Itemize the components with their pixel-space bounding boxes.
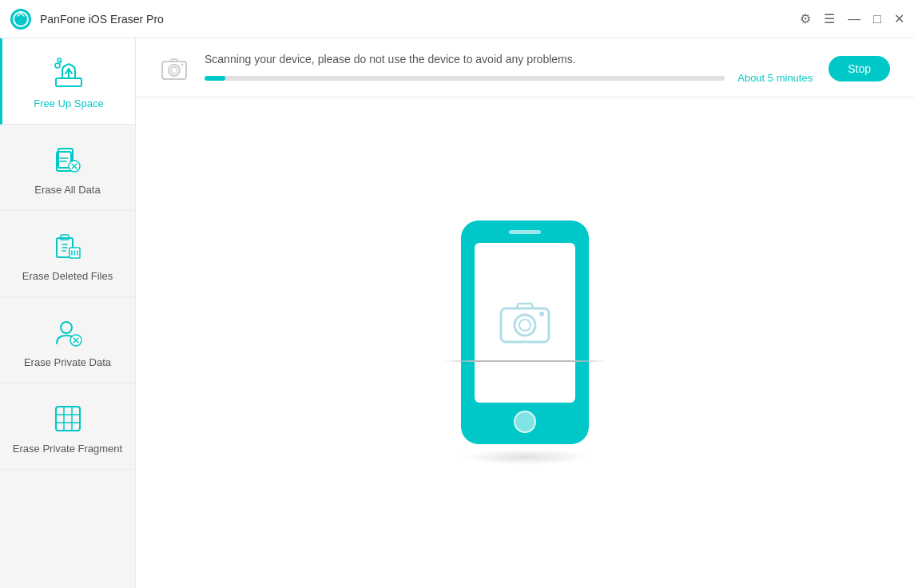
sidebar-item-erase-private-fragment-label: Erase Private Fragment — [13, 443, 122, 455]
titlebar-left: PanFone iOS Eraser Pro — [10, 8, 164, 30]
app-logo — [10, 8, 32, 30]
erase-deleted-files-icon — [50, 228, 85, 264]
titlebar-controls: ⚙ ☰ — □ ✕ — [800, 11, 904, 26]
progress-row: About 5 minutes — [205, 72, 813, 84]
svg-point-23 — [61, 322, 72, 333]
progress-bar-background — [205, 76, 725, 81]
sidebar-item-erase-private-data[interactable]: Erase Private Data — [0, 297, 135, 383]
scan-camera-icon — [160, 54, 189, 83]
scan-bar: Scanning your device, please do not use … — [136, 38, 914, 97]
titlebar: PanFone iOS Eraser Pro ⚙ ☰ — □ ✕ — [0, 0, 914, 38]
phone-shadow — [461, 449, 589, 465]
svg-point-38 — [519, 320, 531, 331]
sidebar-item-free-up-space-label: Free Up Space — [34, 97, 103, 109]
svg-rect-2 — [56, 78, 81, 86]
illustration-area — [136, 97, 914, 588]
sidebar-item-erase-all-data[interactable]: Erase All Data — [0, 125, 135, 211]
phone-speaker — [509, 230, 541, 234]
main-layout: Free Up Space Erase All Data — [0, 38, 914, 588]
svg-point-6 — [58, 58, 61, 62]
content-area: Scanning your device, please do not use … — [136, 38, 914, 588]
svg-point-39 — [539, 312, 544, 316]
scan-line — [443, 360, 606, 362]
sidebar-item-erase-private-data-label: Erase Private Data — [24, 356, 111, 368]
scan-message: Scanning your device, please do not use … — [205, 53, 813, 66]
free-up-space-icon — [51, 56, 86, 91]
menu-icon[interactable]: ☰ — [824, 11, 835, 26]
phone-body — [461, 220, 589, 444]
phone-illustration — [461, 220, 589, 465]
sidebar-item-free-up-space[interactable]: Free Up Space — [0, 38, 135, 125]
phone-screen — [475, 243, 575, 403]
erase-all-data-icon — [50, 142, 85, 177]
svg-point-35 — [181, 63, 184, 66]
settings-icon[interactable]: ⚙ — [800, 11, 811, 26]
erase-private-data-icon — [50, 315, 85, 350]
svg-point-34 — [171, 67, 177, 74]
phone-screen-camera-icon — [497, 299, 553, 347]
sidebar-item-erase-deleted-files-label: Erase Deleted Files — [22, 270, 113, 282]
svg-point-33 — [169, 65, 180, 76]
progress-bar-fill — [205, 76, 225, 81]
svg-point-37 — [515, 315, 535, 336]
sidebar-item-erase-private-fragment[interactable]: Erase Private Fragment — [0, 383, 135, 470]
sidebar: Free Up Space Erase All Data — [0, 38, 136, 588]
maximize-button[interactable]: □ — [873, 12, 881, 26]
phone-home-button — [514, 411, 536, 433]
sidebar-item-erase-all-data-label: Erase All Data — [34, 184, 100, 196]
minimize-button[interactable]: — — [848, 12, 860, 26]
svg-rect-27 — [56, 407, 80, 431]
time-estimate: About 5 minutes — [737, 72, 813, 84]
close-button[interactable]: ✕ — [894, 11, 904, 26]
stop-button[interactable]: Stop — [829, 56, 890, 81]
app-title: PanFone iOS Eraser Pro — [40, 13, 164, 26]
scan-info: Scanning your device, please do not use … — [205, 53, 813, 84]
erase-private-fragment-icon — [50, 401, 85, 436]
sidebar-item-erase-deleted-files[interactable]: Erase Deleted Files — [0, 211, 135, 297]
